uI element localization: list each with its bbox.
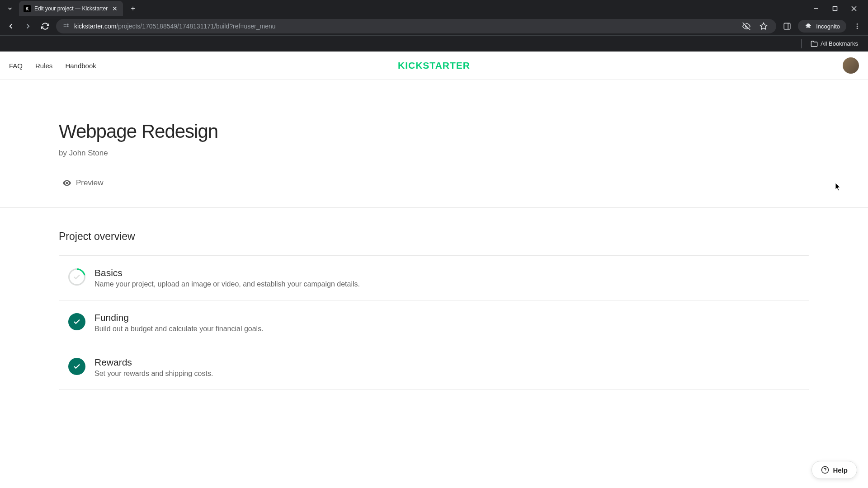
svg-point-12 xyxy=(857,23,858,25)
header-nav: FAQ Rules Handbook xyxy=(9,62,96,70)
nav-faq[interactable]: FAQ xyxy=(9,62,23,70)
new-tab-button[interactable]: + xyxy=(127,2,139,15)
site-header: FAQ Rules Handbook KICKSTARTER xyxy=(0,52,868,80)
item-desc: Build out a budget and calculate your fi… xyxy=(94,325,800,333)
project-byline: by John Stone xyxy=(59,149,809,158)
item-desc: Name your project, upload an image or vi… xyxy=(94,280,800,288)
item-text: Basics Name your project, upload an imag… xyxy=(94,267,800,288)
item-title: Rewards xyxy=(94,357,800,368)
overview-item-basics[interactable]: Basics Name your project, upload an imag… xyxy=(59,256,809,300)
svg-point-14 xyxy=(857,28,858,29)
preview-label: Preview xyxy=(76,178,103,188)
incognito-label: Incognito xyxy=(816,23,840,30)
bookmark-bar: All Bookmarks xyxy=(0,35,868,52)
svg-rect-10 xyxy=(784,23,790,29)
tab-close-button[interactable]: ✕ xyxy=(111,5,118,12)
project-title: Webpage Redesign xyxy=(59,121,809,142)
tab-title: Edit your project — Kickstarter xyxy=(34,5,108,12)
overview-item-rewards[interactable]: Rewards Set your rewards and shipping co… xyxy=(59,345,809,389)
eye-off-icon[interactable] xyxy=(740,20,753,33)
bookmark-star-icon[interactable] xyxy=(757,20,770,33)
section-title: Project overview xyxy=(59,230,809,243)
overview-section: Project overview Basics Name your projec… xyxy=(59,208,809,390)
back-button[interactable] xyxy=(5,20,17,33)
status-incomplete-icon xyxy=(68,268,85,286)
cursor-icon xyxy=(835,183,841,192)
browser-menu-button[interactable] xyxy=(851,23,863,30)
avatar[interactable] xyxy=(843,57,859,74)
item-title: Funding xyxy=(94,312,800,323)
preview-button[interactable]: Preview xyxy=(59,176,107,190)
tab-search-dropdown[interactable] xyxy=(4,2,16,15)
divider xyxy=(801,39,802,48)
favicon-icon: K xyxy=(24,5,31,12)
project-header: Webpage Redesign by John Stone xyxy=(59,80,809,176)
item-title: Basics xyxy=(94,267,800,278)
eye-icon xyxy=(62,178,71,188)
kickstarter-logo[interactable]: KICKSTARTER xyxy=(398,60,470,71)
logo-wrap: KICKSTARTER xyxy=(398,60,470,71)
forward-button[interactable] xyxy=(22,20,34,33)
all-bookmarks-label: All Bookmarks xyxy=(821,40,858,47)
url-field[interactable]: kickstarter.com/projects/1705188549/1748… xyxy=(56,19,776,33)
status-complete-icon xyxy=(68,313,85,330)
browser-chrome: K Edit your project — Kickstarter ✕ + ki… xyxy=(0,0,868,52)
nav-rules[interactable]: Rules xyxy=(35,62,52,70)
status-complete-icon xyxy=(68,358,85,375)
browser-tab[interactable]: K Edit your project — Kickstarter ✕ xyxy=(19,1,123,16)
reload-button[interactable] xyxy=(39,20,52,33)
incognito-icon xyxy=(804,22,812,30)
svg-marker-9 xyxy=(760,23,767,29)
help-icon xyxy=(821,466,829,474)
window-controls xyxy=(809,2,864,15)
close-window-button[interactable] xyxy=(847,2,861,15)
maximize-button[interactable] xyxy=(828,2,842,15)
help-button[interactable]: Help xyxy=(811,461,857,479)
preview-row: Preview xyxy=(59,176,809,207)
site-info-icon[interactable] xyxy=(62,23,70,30)
item-text: Funding Build out a budget and calculate… xyxy=(94,312,800,333)
overview-item-funding[interactable]: Funding Build out a budget and calculate… xyxy=(59,300,809,345)
page-content[interactable]: FAQ Rules Handbook KICKSTARTER Webpage R… xyxy=(0,52,868,488)
svg-point-7 xyxy=(67,26,68,27)
tab-bar: K Edit your project — Kickstarter ✕ + xyxy=(0,0,868,17)
address-bar: kickstarter.com/projects/1705188549/1748… xyxy=(0,17,868,35)
minimize-button[interactable] xyxy=(809,2,823,15)
all-bookmarks-button[interactable]: All Bookmarks xyxy=(807,38,862,49)
side-panel-icon[interactable] xyxy=(781,20,793,33)
folder-icon xyxy=(811,40,818,47)
url-text: kickstarter.com/projects/1705188549/1748… xyxy=(74,23,736,30)
overview-list: Basics Name your project, upload an imag… xyxy=(59,255,809,390)
svg-point-6 xyxy=(67,24,68,25)
svg-point-13 xyxy=(857,26,858,27)
svg-rect-1 xyxy=(833,7,837,11)
item-desc: Set your rewards and shipping costs. xyxy=(94,370,800,378)
nav-handbook[interactable]: Handbook xyxy=(65,62,96,70)
incognito-badge[interactable]: Incognito xyxy=(798,20,846,33)
item-text: Rewards Set your rewards and shipping co… xyxy=(94,357,800,378)
help-label: Help xyxy=(833,466,848,474)
